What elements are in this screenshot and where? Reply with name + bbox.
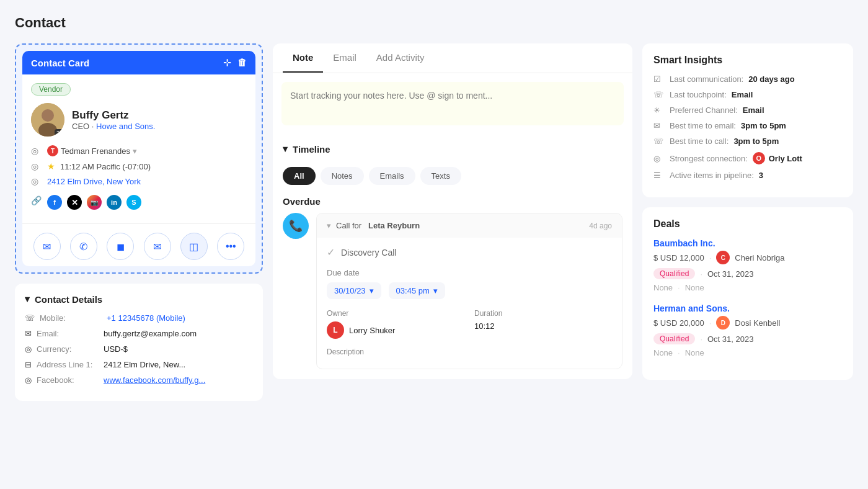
tab-add-activity[interactable]: Add Activity xyxy=(366,43,435,73)
timeline-row: 📞 ▾ Call for Leta Reyburn 4d ago xyxy=(273,213,632,379)
last-touch-label: Last touchpoint: xyxy=(670,90,727,99)
chevron-details-icon: ▾ xyxy=(25,294,30,305)
right-column: Smart Insights ☑ Last communication: 20 … xyxy=(642,43,853,380)
action-buttons: ✉ ✆ ◼ ✉ ◫ ••• xyxy=(22,223,255,266)
chevron-icon[interactable]: ▾ xyxy=(133,146,137,156)
conn-avatar: O xyxy=(753,152,765,164)
deal-status-row-0: Qualified · Oct 31, 2023 xyxy=(653,268,842,279)
deal-date-1: Oct 31, 2023 xyxy=(707,334,753,344)
strongest-conn-label: Strongest connection: xyxy=(670,154,748,163)
address-row: ◎ 2412 Elm Drive, New York xyxy=(31,176,247,186)
delete-icon[interactable]: 🗑 xyxy=(237,57,247,68)
assigned-to-row: ◎ T Tedman Frenandes ▾ xyxy=(31,145,247,156)
svg-point-1 xyxy=(42,109,54,122)
calendar-action-btn[interactable]: ◫ xyxy=(180,233,208,260)
address-link[interactable]: 2412 Elm Drive, New York xyxy=(47,177,141,186)
timeline-tabs: All Notes Emails Texts xyxy=(273,162,632,190)
owner-avatar: L xyxy=(327,321,344,339)
message-action-btn[interactable]: ✉ xyxy=(144,233,171,260)
timeline-header[interactable]: ▾ Timeline xyxy=(273,136,632,162)
duration-label: Duration xyxy=(474,309,612,318)
insight-row-1: ☏ Last touchpoint: Email xyxy=(653,90,842,99)
contact-card: Contact Card ⊹ 🗑 Vendor xyxy=(22,51,255,266)
instagram-icon[interactable]: 📷 xyxy=(87,195,102,210)
address-detail-icon: ⊟ xyxy=(25,360,32,369)
vendor-badge: Vendor xyxy=(31,83,71,96)
last-touch-icon: ☏ xyxy=(653,90,665,99)
strongest-conn-icon: ◎ xyxy=(653,154,665,163)
contact-name-block: Buffy Gertz CEO · Howe and Sons. xyxy=(72,109,155,131)
note-tabs: Note Email Add Activity xyxy=(273,43,632,73)
currency-label: Currency: xyxy=(37,344,99,354)
phone-action-btn[interactable]: ✆ xyxy=(70,233,97,260)
insight-row-2: ✳ Preferred Channel: Email xyxy=(653,105,842,115)
tab-note[interactable]: Note xyxy=(283,43,323,73)
best-call-value: 3pm to 5pm xyxy=(733,137,779,146)
call-time-ago: 4d ago xyxy=(589,222,612,230)
time-value: 11:12 AM Pacific (-07:00) xyxy=(60,162,151,171)
call-card: ▾ Call for Leta Reyburn 4d ago ✓ xyxy=(316,213,622,369)
deal-meta-1: $ USD 20,000 · D Dosi Kenbell xyxy=(653,316,842,330)
pipeline-value: 3 xyxy=(759,171,763,180)
owner-block: Owner L Lorry Shuker xyxy=(327,309,464,339)
email-value: buffy.gertz@example.com xyxy=(104,329,197,338)
email-row: ✉ Email: buffy.gertz@example.com xyxy=(25,329,253,338)
contact-card-wrapper: Contact Card ⊹ 🗑 Vendor xyxy=(15,43,263,274)
deal-none-row-0: None · None xyxy=(653,283,842,292)
move-icon[interactable]: ⊹ xyxy=(223,57,231,68)
collapse-icon[interactable]: ▾ xyxy=(327,221,331,230)
deal-date-0: Oct 31, 2023 xyxy=(707,269,753,279)
deals-title: Deals xyxy=(653,218,842,230)
contact-details-header[interactable]: ▾ Contact Details xyxy=(25,294,253,305)
check-icon: ✓ xyxy=(327,246,335,258)
skype-icon[interactable]: S xyxy=(126,195,141,210)
call-fab[interactable]: 📞 xyxy=(283,213,309,239)
left-column: Contact Card ⊹ 🗑 Vendor xyxy=(15,43,263,401)
pref-channel-icon: ✳ xyxy=(653,105,665,115)
deal-owner-1: Dosi Kenbell xyxy=(735,318,780,328)
deal-name-0[interactable]: Baumbach Inc. xyxy=(653,238,842,248)
tl-tab-notes[interactable]: Notes xyxy=(321,167,364,185)
email-detail-icon: ✉ xyxy=(25,329,32,338)
date-selector[interactable]: 30/10/23 ▾ xyxy=(327,282,381,299)
tl-tab-texts[interactable]: Texts xyxy=(420,167,461,185)
link-icon: 🔗 xyxy=(31,195,42,205)
tl-tab-emails[interactable]: Emails xyxy=(369,167,415,185)
address-line-value: 2412 Elm Drive, New... xyxy=(104,360,185,369)
email-action-btn[interactable]: ✉ xyxy=(33,233,61,260)
mobile-label: Mobile: xyxy=(40,313,102,323)
linkedin-icon[interactable]: in xyxy=(107,195,122,210)
owner-name: Lorry Shuker xyxy=(349,326,395,335)
contact-title-company: CEO · Howe and Sons. xyxy=(72,122,155,131)
contact-action-btn[interactable]: ◼ xyxy=(107,233,134,260)
facebook-icon[interactable]: f xyxy=(47,195,62,210)
best-email-icon: ✉ xyxy=(653,121,665,130)
deal-owner-avatar-1: D xyxy=(716,316,730,330)
contact-card-header: Contact Card ⊹ 🗑 xyxy=(22,51,255,74)
facebook-row: ◎ Facebook: www.facebook.com/buffy.g... xyxy=(25,375,253,385)
contact-card-body: Vendor 22 xyxy=(22,74,255,223)
deal-status-0: Qualified xyxy=(653,268,695,279)
deal-none-0a: None xyxy=(653,283,673,292)
tab-email[interactable]: Email xyxy=(323,43,366,73)
insight-row-5: ◎ Strongest connection: O Orly Lott xyxy=(653,152,842,164)
deal-none-1b: None xyxy=(685,348,704,357)
currency-value: USD-$ xyxy=(104,344,128,354)
twitter-icon[interactable]: ✕ xyxy=(67,195,82,210)
note-textarea[interactable] xyxy=(281,82,624,125)
strongest-conn-value-wrap: O Orly Lott xyxy=(753,152,802,164)
tl-tab-all[interactable]: All xyxy=(283,167,316,185)
smart-insights-title: Smart Insights xyxy=(653,55,842,66)
insight-row-0: ☑ Last communication: 20 days ago xyxy=(653,74,842,84)
more-action-btn[interactable]: ••• xyxy=(217,233,244,260)
social-icons: f ✕ 📷 in S xyxy=(47,195,141,210)
mobile-icon: ☏ xyxy=(25,313,35,323)
time-row: ◎ ★ 11:12 AM Pacific (-07:00) xyxy=(31,161,247,171)
assigned-name: Tedman Frenandes xyxy=(61,146,130,156)
time-selector[interactable]: 03:45 pm ▾ xyxy=(389,282,445,299)
call-header-left: ▾ Call for Leta Reyburn xyxy=(327,221,420,230)
deal-name-1[interactable]: Herman and Sons. xyxy=(653,303,842,313)
mobile-value: +1 12345678 (Mobile) xyxy=(107,313,185,323)
facebook-value[interactable]: www.facebook.com/buffy.g... xyxy=(104,375,205,385)
company-link[interactable]: Howe and Sons. xyxy=(96,122,155,131)
